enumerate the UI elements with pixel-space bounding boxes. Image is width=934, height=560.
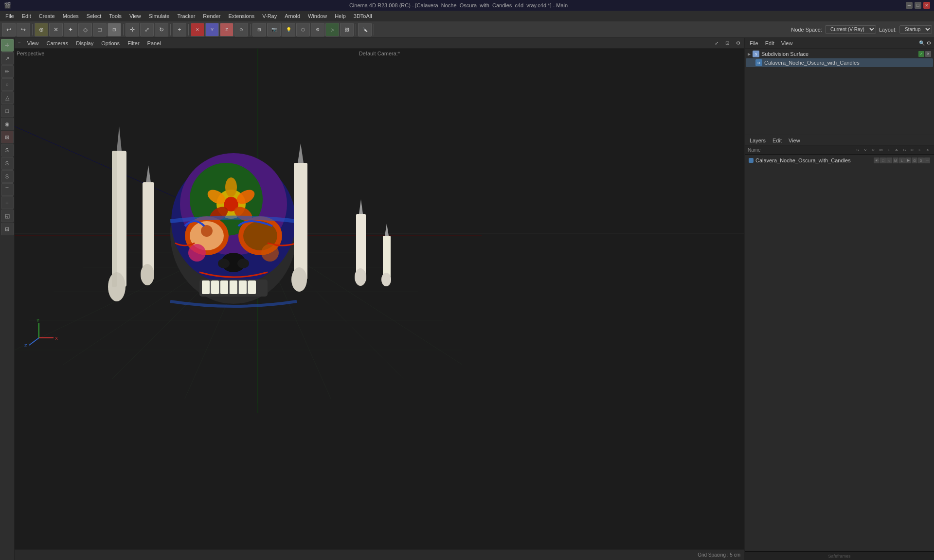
layer-g-icon[interactable]: G [912,158,917,163]
app-icon: 🎬 [4,2,11,9]
spline-tool-s3[interactable]: S [1,170,14,183]
menu-tools[interactable]: Tools [106,12,125,20]
layers-edit-menu[interactable]: Edit [771,137,784,144]
xyz-z-button[interactable]: Z [220,23,234,36]
menu-edit[interactable]: Edit [18,12,35,20]
loop-cut-tool[interactable]: ○ [1,78,14,91]
rotate-tool-button[interactable]: ↻ [155,23,168,36]
layer-m-icon[interactable]: M [893,158,898,163]
render-region-button[interactable]: ✕ [191,23,204,36]
tree-item-calavera[interactable]: O Calavera_Noche_Oscura_with_Candles [746,58,933,67]
redo-button[interactable]: ↪ [17,23,30,36]
select-tool[interactable]: ↗ [1,52,14,65]
viewport-view-menu[interactable]: View [24,39,42,47]
layer-play-icon[interactable]: ▶ [905,158,911,163]
close-button[interactable]: ✕ [923,2,930,9]
menu-tracker[interactable]: Tracker [174,12,198,20]
menu-window[interactable]: Window [305,12,330,20]
svg-point-66 [381,273,391,286]
svg-point-60 [291,267,307,292]
viewport-cameras-menu[interactable]: Cameras [44,39,72,47]
viewport-panel-menu[interactable]: Panel [144,39,164,47]
layer-render-icon[interactable]: ○ [886,158,892,163]
undo-button[interactable]: ↩ [2,23,16,36]
grid-tool[interactable]: ⊞ [1,223,14,235]
frame-all-button[interactable]: ⊞ [252,23,266,36]
edges-mode-button[interactable]: ◇ [78,23,92,36]
om-edit-menu[interactable]: Edit [763,39,776,47]
om-search-icon[interactable]: 🔍 [919,40,925,46]
arc-tool[interactable]: ⌒ [1,183,14,196]
spline-tool-s2[interactable]: S [1,157,14,170]
viewport-menu-icon[interactable]: ≡ [17,40,22,46]
menu-3dtoall[interactable]: 3DToAll [350,12,376,20]
viewport-options-menu[interactable]: Options [98,39,123,47]
spline-tool-s1[interactable]: S [1,144,14,157]
subdiv-x[interactable]: ✕ [925,51,931,57]
menu-render[interactable]: Render [199,12,224,20]
uvw-mode-button[interactable]: ⊡ [108,23,121,36]
render-to-picture-viewer[interactable]: 🖼 [340,23,354,36]
layer-eye-icon[interactable]: 👁 [874,158,880,163]
knife-tool-button[interactable]: 🔪 [358,23,372,36]
polygons-mode-button[interactable]: □ [93,23,107,36]
texture-mode-button[interactable]: ✕ [49,23,63,36]
new-object-button[interactable]: + [173,23,186,36]
layer-l-icon[interactable]: L [899,158,905,163]
layer-d-icon[interactable]: D [918,158,924,163]
points-mode-button[interactable]: ✦ [64,23,77,36]
title-bar: 🎬 Cinema 4D R23.008 (RC) - [Calavera_Noc… [0,0,934,11]
render-settings-button[interactable]: ⚙ [311,23,324,36]
scale-tool-button[interactable]: ⤢ [140,23,154,36]
ruler-tool[interactable]: ≡ [1,196,14,209]
menu-modes[interactable]: Modes [59,12,82,20]
obj-button[interactable]: ⊙ [234,23,248,36]
subdiv-checkmark[interactable]: ✓ [918,51,924,57]
menu-file[interactable]: File [2,12,18,20]
menu-arnold[interactable]: Arnold [281,12,304,20]
paint-tool[interactable]: ⊠ [1,131,14,143]
layer-item-calavera[interactable]: Calavera_Noche_Oscura_with_Candles 👁 □ ○… [747,157,932,164]
render-button[interactable]: ▷ [325,23,339,36]
calavera-icon: O [755,59,762,66]
menu-extensions[interactable]: Extensions [225,12,258,20]
menu-simulate[interactable]: Simulate [145,12,173,20]
material-button[interactable]: ⬡ [296,23,310,36]
menu-view[interactable]: View [126,12,144,20]
om-file-menu[interactable]: File [748,39,760,47]
layers-menu[interactable]: Layers [748,137,768,144]
viewport-canvas[interactable]: X Y Z Perspective Default Camera:* [15,49,744,549]
layout-dropdown[interactable]: Startup [899,25,932,34]
poly-pen-tool[interactable]: ✏ [1,65,14,78]
minimize-button[interactable]: ─ [906,2,913,9]
tree-item-subdivision[interactable]: ▶ S Subdivision Surface ✓ ✕ [746,50,933,58]
viewport-maximize-icon[interactable]: ⤢ [712,39,721,48]
maximize-button[interactable]: □ [915,2,921,9]
workplane-tool[interactable]: ◱ [1,210,14,222]
menu-select[interactable]: Select [83,12,105,20]
viewport-filter-menu[interactable]: Filter [125,39,142,47]
om-view-menu[interactable]: View [779,39,795,47]
menu-help[interactable]: Help [331,12,349,20]
col-e: E [916,148,923,152]
layer-lock-icon[interactable]: □ [880,158,886,163]
brush-tool[interactable]: ◉ [1,118,14,130]
menu-vray[interactable]: V-Ray [259,12,280,20]
move-tool-button[interactable]: ✛ [126,23,139,36]
node-space-dropdown[interactable]: Current (V-Ray) [825,25,876,34]
svg-rect-54 [112,151,117,287]
magnet-tool[interactable]: □ [1,105,14,117]
layer-dots-icon[interactable]: ··· [924,158,930,163]
om-settings-icon[interactable]: ⚙ [927,40,931,46]
model-mode-button[interactable]: ⊕ [35,23,48,36]
light-button[interactable]: 💡 [282,23,295,36]
menu-create[interactable]: Create [36,12,58,20]
layers-view-menu[interactable]: View [787,137,802,144]
knife-tool[interactable]: △ [1,91,14,104]
viewport-display-menu[interactable]: Display [73,39,96,47]
viewport-frame-icon[interactable]: ⊡ [723,39,732,48]
move-tool[interactable]: ✛ [1,39,14,52]
camera-button[interactable]: 📷 [267,23,281,36]
xyz-button[interactable]: Y [205,23,219,36]
viewport-settings-icon[interactable]: ⚙ [734,39,742,48]
